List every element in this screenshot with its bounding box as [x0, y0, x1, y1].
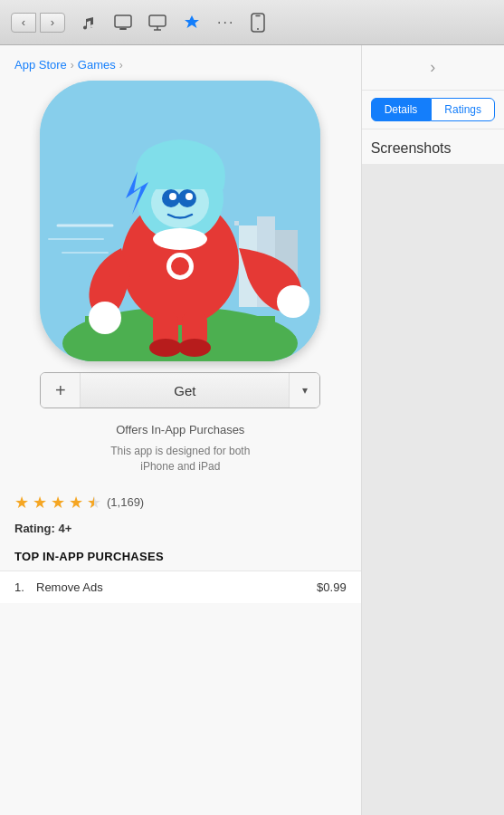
star-3: ★	[51, 493, 65, 513]
iap-name: Remove Ads	[36, 580, 317, 594]
content-area: App Store › Games ›	[0, 45, 504, 815]
breadcrumb-sep-1: ›	[71, 59, 74, 72]
svg-rect-0	[115, 15, 131, 27]
star-1: ★	[14, 493, 29, 513]
compatibility-text: This app is designed for bothiPhone and …	[0, 440, 361, 485]
svg-point-6	[257, 28, 259, 30]
scroll-right-button[interactable]: ›	[362, 45, 504, 91]
forward-button[interactable]: ›	[40, 13, 65, 33]
get-dropdown-button[interactable]: ▾	[289, 373, 319, 408]
app-icon	[40, 81, 320, 361]
iap-num: 1.	[14, 580, 36, 594]
more-button[interactable]: ···	[217, 14, 234, 31]
monitor-icon[interactable]	[148, 14, 166, 31]
stars-row: ★ ★ ★ ★ ★ ★ (1,169)	[14, 493, 347, 513]
screenshots-label: Screenshots	[362, 129, 504, 164]
breadcrumb-games[interactable]: Games	[78, 58, 116, 72]
breadcrumb-appstore[interactable]: App Store	[14, 58, 67, 72]
toolbar-icons: ···	[81, 13, 265, 33]
star-2: ★	[33, 493, 47, 513]
svg-point-25	[277, 285, 309, 318]
screenshots-area	[362, 164, 504, 815]
svg-point-21	[169, 193, 176, 200]
rating-area: ★ ★ ★ ★ ★ ★ (1,169)	[0, 485, 361, 518]
breadcrumb: App Store › Games ›	[0, 45, 361, 81]
toolbar: ‹ › ···	[0, 0, 504, 45]
svg-rect-10	[234, 221, 239, 225]
get-button[interactable]: Get	[81, 373, 289, 408]
rating-count: (1,169)	[107, 495, 144, 509]
get-button-wrapper: + Get ▾	[40, 372, 320, 408]
svg-rect-2	[149, 15, 166, 26]
star-4: ★	[69, 493, 83, 513]
tv-icon[interactable]	[114, 14, 132, 31]
iap-section-title: TOP IN-APP PURCHASES	[0, 542, 361, 570]
svg-rect-1	[119, 28, 127, 30]
right-panel: › Details Ratings Screenshots	[362, 45, 504, 815]
svg-point-31	[178, 339, 211, 357]
appstore-icon[interactable]	[183, 14, 201, 32]
app-icon-container	[0, 81, 361, 372]
get-btn-area: + Get ▾	[0, 372, 361, 419]
back-button[interactable]: ‹	[11, 13, 36, 33]
svg-point-24	[89, 302, 121, 334]
device-icon[interactable]	[251, 13, 265, 33]
iap-row[interactable]: 1. Remove Ads $0.99	[0, 570, 361, 603]
tabs-row: Details Ratings	[362, 91, 504, 129]
nav-buttons: ‹ ›	[11, 13, 65, 33]
tab-details[interactable]: Details	[371, 98, 432, 121]
svg-point-22	[185, 193, 193, 200]
tab-ratings[interactable]: Ratings	[431, 98, 495, 121]
rating-label: Rating: 4+	[0, 518, 361, 542]
svg-point-30	[149, 339, 182, 357]
wishlist-button[interactable]: +	[41, 373, 81, 408]
breadcrumb-sep-2: ›	[119, 59, 123, 72]
svg-point-23	[153, 228, 207, 250]
iap-price: $0.99	[317, 580, 347, 594]
left-panel: App Store › Games ›	[0, 45, 362, 815]
music-icon[interactable]	[81, 14, 98, 31]
svg-point-27	[171, 257, 189, 275]
offers-iap-text: Offers In-App Purchases	[0, 419, 361, 440]
star-half: ★ ★	[87, 493, 101, 513]
